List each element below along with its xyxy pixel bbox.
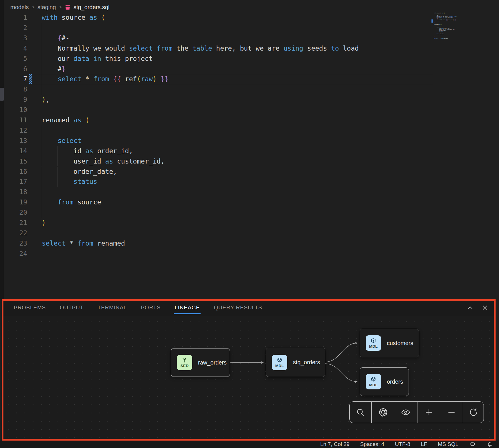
code-line[interactable]: 11renamed as (	[4, 115, 499, 126]
zoom-in-button[interactable]	[424, 407, 434, 417]
line-number: 20	[9, 208, 27, 218]
lineage-node-stg_orders[interactable]: MDLstg_orders	[266, 348, 325, 377]
code-editor[interactable]: 1with source as (23 {#-4 Normally we wou…	[4, 9, 499, 299]
minimap-token: status	[439, 31, 443, 32]
status-item-ms-sql[interactable]: MS SQL	[438, 441, 458, 447]
code-line[interactable]: 16 order_date,	[4, 167, 499, 177]
code-token: renamed	[42, 116, 74, 124]
code-line[interactable]: 14 id as order_id,	[4, 146, 499, 156]
code-line[interactable]: 9),	[4, 95, 499, 105]
lineage-node-raw_orders[interactable]: SEDraw_orders	[171, 348, 230, 377]
code-line[interactable]: 21)	[4, 218, 499, 228]
copilot-icon[interactable]	[469, 441, 476, 448]
node-label: orders	[387, 379, 403, 385]
tab-problems[interactable]: PROBLEMS	[14, 299, 46, 316]
line-number: 1	[9, 13, 27, 23]
code-line[interactable]: 15 user_id as customer_id,	[4, 156, 499, 167]
minimap-line: select * from {{ ref(raw) }}	[434, 19, 457, 21]
code-token: select	[58, 75, 81, 83]
code-line[interactable]: 19 from source	[4, 197, 499, 208]
lineage-toolbar	[349, 401, 484, 423]
status-item-utf-8[interactable]: UTF-8	[395, 441, 410, 447]
status-item-spaces-4[interactable]: Spaces: 4	[360, 441, 385, 447]
code-line[interactable]: 5 our data in this project	[4, 54, 499, 64]
code-line[interactable]: 22	[4, 228, 499, 238]
code-line[interactable]: 20	[4, 208, 499, 218]
code-token: to	[331, 45, 339, 52]
code-line[interactable]: 18	[4, 187, 499, 197]
minimap[interactable]: with source as ( {#- Normally we would s…	[434, 13, 457, 40]
code-token: }}	[161, 75, 169, 83]
panel-tab-bar: PROBLEMSOUTPUTTERMINALPORTSLINEAGEQUERY …	[2, 299, 496, 316]
code-token: user_id	[42, 158, 105, 165]
line-number: 12	[9, 126, 27, 136]
code-line[interactable]: 17 status	[4, 177, 499, 187]
code-line[interactable]: 10	[4, 105, 499, 115]
code-token	[74, 240, 78, 247]
tab-lineage[interactable]: LINEAGE	[175, 299, 200, 316]
code-line[interactable]: 24	[4, 249, 499, 259]
code-token: with	[42, 14, 58, 21]
code-token	[81, 75, 85, 83]
badge-label: MDL	[369, 344, 378, 349]
left-gutter-thumb[interactable]	[0, 88, 4, 101]
code-token: (	[101, 14, 105, 21]
code-token: select	[129, 45, 153, 52]
line-number: 2	[9, 23, 27, 33]
minimap-token: )	[434, 36, 434, 37]
search-button[interactable]	[356, 407, 365, 417]
code-line[interactable]: 6 #}	[4, 64, 499, 74]
refresh-button[interactable]	[469, 407, 478, 417]
code-line[interactable]: 13 select	[4, 136, 499, 146]
code-token	[66, 240, 70, 247]
minimap-token: data	[439, 17, 442, 18]
code-line[interactable]: 8	[4, 84, 499, 95]
code-line[interactable]: 4 Normally we would select from the tabl…	[4, 43, 499, 54]
lineage-graph[interactable]: SEDraw_ordersMDLstg_ordersMDLcustomersMD…	[2, 316, 496, 441]
lineage-node-customers[interactable]: MDLcustomers	[360, 329, 419, 357]
line-number: 24	[9, 249, 27, 259]
code-line[interactable]: 23select * from renamed	[4, 238, 499, 249]
minimap-token: raw	[451, 19, 453, 21]
minimap-token: the	[457, 16, 457, 17]
minimap-token	[434, 31, 439, 32]
node-label: stg_orders	[293, 359, 320, 366]
maximize-panel-button[interactable]	[466, 304, 474, 311]
eye-button[interactable]	[401, 407, 411, 417]
code-line[interactable]: 12	[4, 126, 499, 136]
minimap-token: from	[443, 19, 445, 21]
tab-terminal[interactable]: TERMINAL	[98, 299, 127, 316]
tab-output[interactable]: OUTPUT	[60, 299, 84, 316]
code-token: select	[42, 240, 66, 247]
code-text: our data in this project	[42, 54, 153, 64]
code-token	[89, 75, 93, 83]
code-token: the	[173, 45, 192, 52]
code-line[interactable]: 2	[4, 23, 499, 33]
lineage-node-orders[interactable]: MDLorders	[360, 367, 409, 396]
zoom-out-button[interactable]	[447, 407, 456, 417]
status-item-lf[interactable]: LF	[421, 441, 427, 447]
tab-query-results[interactable]: QUERY RESULTS	[214, 299, 262, 316]
code-token: )	[42, 96, 46, 103]
zoom-in-icon	[424, 407, 434, 417]
code-text: select * from {{ ref(raw) }}	[42, 74, 169, 84]
code-line[interactable]: 3 {#-	[4, 33, 499, 43]
code-token: seeds	[303, 45, 331, 52]
minimap-token: from	[437, 33, 439, 35]
code-line[interactable]: 1with source as (	[4, 13, 499, 23]
code-line[interactable]: 7 select * from {{ ref(raw) }}	[4, 74, 499, 84]
code-text: order_date,	[42, 167, 117, 177]
bell-icon[interactable]	[486, 441, 493, 448]
tab-ports[interactable]: PORTS	[141, 299, 161, 316]
close-panel-button[interactable]	[481, 304, 489, 311]
code-token: from	[58, 198, 73, 206]
eye-icon	[401, 407, 411, 417]
refresh-icon	[469, 407, 478, 417]
status-item-ln-7-col-29[interactable]: Ln 7, Col 29	[320, 441, 349, 447]
code-token	[42, 34, 58, 42]
line-number: 16	[9, 167, 27, 177]
aperture-button[interactable]	[378, 407, 388, 417]
line-number: 13	[9, 136, 27, 146]
code-token: table	[192, 45, 212, 52]
line-number: 17	[9, 177, 27, 187]
